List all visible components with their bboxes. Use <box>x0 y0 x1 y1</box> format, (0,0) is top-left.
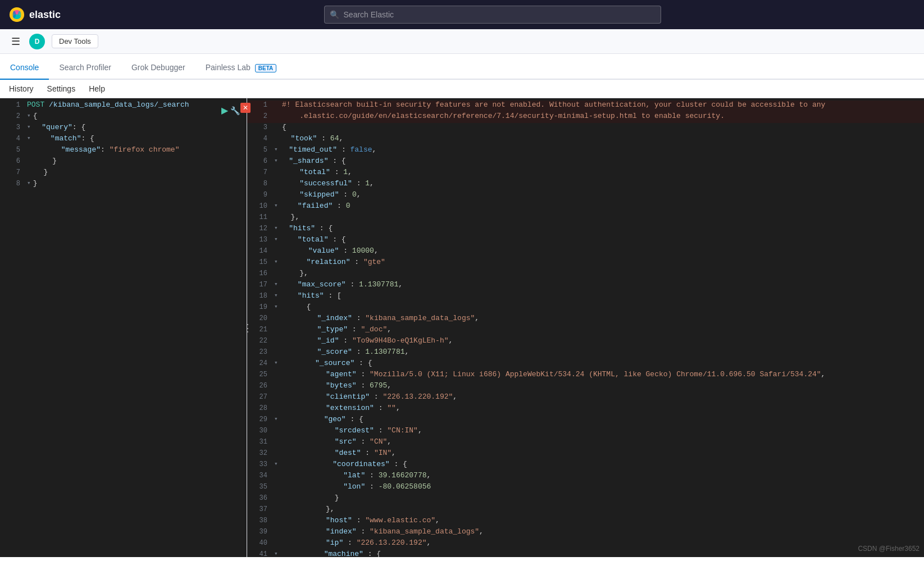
editor-line: 7 } <box>0 168 247 179</box>
editor-panel[interactable]: ▶ 🔧 1 POST /kibana_sample_data_logs/_sea… <box>0 98 247 557</box>
output-line: 32 "dest" : "IN", <box>247 449 924 460</box>
global-search-wrapper: 🔍 <box>324 6 661 24</box>
output-line: 34 "lat" : 39.16620778, <box>247 471 924 482</box>
dev-tools-button[interactable]: Dev Tools <box>52 34 98 48</box>
tab-painless-lab[interactable]: Painless Lab BETA <box>195 56 287 80</box>
output-line: 31 "src" : "CN", <box>247 437 924 449</box>
settings-button[interactable]: Settings <box>47 84 76 93</box>
output-line: 35 "lon" : -80.06258056 <box>247 482 924 494</box>
output-line: 24 ▾ "_source" : { <box>247 359 924 370</box>
output-line: 22 "_id" : "To9w9H4Bo-eQ1KgLEh-h", <box>247 336 924 348</box>
output-line: 2 .elastic.co/guide/en/elasticsearch/ref… <box>247 112 924 123</box>
output-line: 25 "agent" : "Mozilla/5.0 (X11; Linux i6… <box>247 370 924 381</box>
editor-line: 6 } <box>0 157 247 168</box>
output-line: 19 ▾ { <box>247 303 924 314</box>
output-line: 16 }, <box>247 269 924 280</box>
output-line: 33 ▾ "coordinates" : { <box>247 460 924 471</box>
output-line: 38 "host" : "www.elastic.co", <box>247 516 924 527</box>
toolbar: History Settings Help <box>0 80 924 98</box>
editor-line: 4 ▾ "match": { <box>0 134 247 145</box>
output-content: 1 #! Elasticsearch built-in security fea… <box>247 98 924 557</box>
editor-line: 5 "message": "firefox chrome" <box>0 145 247 157</box>
beta-badge: BETA <box>255 64 276 72</box>
sub-navigation-bar: ☰ D Dev Tools <box>0 29 924 54</box>
wrench-button[interactable]: 🔧 <box>230 105 240 116</box>
resize-handle[interactable]: ⋮ <box>243 322 253 334</box>
hamburger-menu-button[interactable]: ☰ <box>9 33 22 50</box>
help-button[interactable]: Help <box>89 84 105 93</box>
output-line: 36 } <box>247 494 924 505</box>
output-line: 18 ▾ "hits" : [ <box>247 291 924 303</box>
output-line: 1 #! Elasticsearch built-in security fea… <box>247 101 924 112</box>
output-line: 7 "total" : 1, <box>247 168 924 179</box>
output-line: 10 ▾ "failed" : 0 <box>247 202 924 213</box>
tabs-bar: Console Search Profiler Grok Debugger Pa… <box>0 54 924 80</box>
history-button[interactable]: History <box>9 84 34 93</box>
output-line: 3 { <box>247 123 924 134</box>
output-line: 12 ▾ "hits" : { <box>247 224 924 235</box>
editor-line: 2 ▾ { <box>0 112 247 123</box>
output-line: 28 "extension" : "", <box>247 404 924 415</box>
main-content: ▶ 🔧 1 POST /kibana_sample_data_logs/_sea… <box>0 98 924 557</box>
editor-line: 1 POST /kibana_sample_data_logs/_search <box>0 101 247 112</box>
top-navigation-bar: elastic 🔍 <box>0 0 924 29</box>
output-line: 8 "successful" : 1, <box>247 179 924 190</box>
output-line: 26 "bytes" : 6795, <box>247 381 924 393</box>
output-line: 20 "_index" : "kibana_sample_data_logs", <box>247 314 924 325</box>
svg-point-4 <box>18 11 21 18</box>
output-line: 21 "_type" : "_doc", <box>247 325 924 336</box>
output-line: 39 "index" : "kibana_sample_data_logs", <box>247 527 924 539</box>
tab-search-profiler[interactable]: Search Profiler <box>49 56 121 80</box>
output-line: 40 "ip" : "226.13.220.192", <box>247 539 924 550</box>
elastic-logo-icon <box>9 7 25 22</box>
output-line: 37 }, <box>247 505 924 516</box>
editor-content: 1 POST /kibana_sample_data_logs/_search … <box>0 98 247 193</box>
run-button[interactable]: ▶ <box>221 105 228 116</box>
output-panel[interactable]: 1 #! Elasticsearch built-in security fea… <box>247 98 924 557</box>
elastic-logo[interactable]: elastic <box>9 7 61 22</box>
editor-actions: ▶ 🔧 <box>221 105 240 116</box>
output-line: 15 ▾ "relation" : "gte" <box>247 258 924 269</box>
editor-line: 8 ▾ } <box>0 179 247 190</box>
output-line: 23 "_score" : 1.1307781, <box>247 348 924 359</box>
output-line: 30 "srcdest" : "CN:IN", <box>247 426 924 437</box>
output-line: 17 ▾ "max_score" : 1.1307781, <box>247 280 924 291</box>
output-line: 29 ▾ "geo" : { <box>247 415 924 426</box>
logo-text: elastic <box>29 9 61 21</box>
output-line: 5 ▾ "timed_out" : false, <box>247 145 924 157</box>
user-avatar[interactable]: D <box>29 34 45 49</box>
output-line: 14 "value" : 10000, <box>247 247 924 258</box>
tab-grok-debugger[interactable]: Grok Debugger <box>121 56 195 80</box>
output-line: 4 "took" : 64, <box>247 134 924 145</box>
output-line: 9 "skipped" : 0, <box>247 190 924 202</box>
watermark: CSDN @Fisher3652 <box>858 545 920 553</box>
tab-console[interactable]: Console <box>0 56 49 80</box>
search-icon: 🔍 <box>330 10 339 19</box>
output-line: 27 "clientip" : "226.13.220.192", <box>247 393 924 404</box>
output-line: 13 ▾ "total" : { <box>247 235 924 247</box>
global-search-input[interactable] <box>324 6 661 24</box>
output-line: 11 }, <box>247 213 924 224</box>
editor-line: 3 ▾ "query": { <box>0 123 247 134</box>
close-warning-button[interactable]: ✕ <box>240 103 251 113</box>
output-line: 41 ▾ "machine" : { <box>247 550 924 557</box>
output-line: 6 ▾ "_shards" : { <box>247 157 924 168</box>
svg-point-3 <box>13 11 16 18</box>
